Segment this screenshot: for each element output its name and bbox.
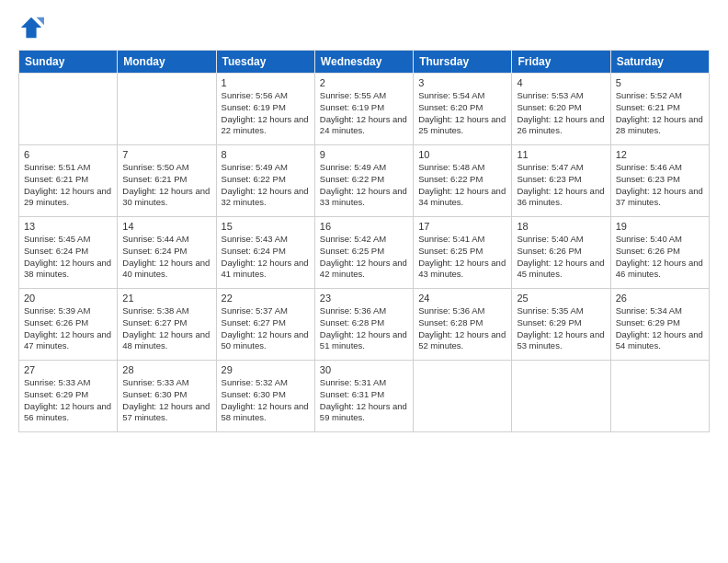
day-info: Sunrise: 5:37 AM Sunset: 6:27 PM Dayligh… xyxy=(222,305,310,352)
day-cell: 17Sunrise: 5:41 AM Sunset: 6:25 PM Dayli… xyxy=(414,217,512,289)
day-cell xyxy=(118,74,216,145)
day-number: 26 xyxy=(616,293,704,304)
day-number: 15 xyxy=(222,221,310,232)
day-number: 28 xyxy=(122,364,210,375)
day-cell: 6Sunrise: 5:51 AM Sunset: 6:21 PM Daylig… xyxy=(19,145,118,217)
day-cell: 7Sunrise: 5:50 AM Sunset: 6:21 PM Daylig… xyxy=(118,145,216,217)
day-info: Sunrise: 5:53 AM Sunset: 6:20 PM Dayligh… xyxy=(517,90,605,137)
day-info: Sunrise: 5:40 AM Sunset: 6:26 PM Dayligh… xyxy=(616,234,704,281)
day-number: 10 xyxy=(418,149,506,160)
day-info: Sunrise: 5:44 AM Sunset: 6:24 PM Dayligh… xyxy=(122,234,210,281)
day-number: 21 xyxy=(122,293,210,304)
day-cell xyxy=(512,361,610,432)
day-number: 2 xyxy=(320,77,408,88)
day-number: 6 xyxy=(24,149,112,160)
day-cell xyxy=(610,361,709,432)
day-number: 9 xyxy=(320,149,408,160)
day-info: Sunrise: 5:31 AM Sunset: 6:31 PM Dayligh… xyxy=(320,377,408,424)
day-header-monday: Monday xyxy=(118,51,216,74)
day-info: Sunrise: 5:41 AM Sunset: 6:25 PM Dayligh… xyxy=(418,234,506,281)
day-cell: 22Sunrise: 5:37 AM Sunset: 6:27 PM Dayli… xyxy=(216,289,314,361)
day-cell: 4Sunrise: 5:53 AM Sunset: 6:20 PM Daylig… xyxy=(512,74,610,145)
day-header-tuesday: Tuesday xyxy=(216,51,314,74)
logo xyxy=(18,15,48,40)
day-cell: 12Sunrise: 5:46 AM Sunset: 6:23 PM Dayli… xyxy=(610,145,709,217)
day-info: Sunrise: 5:46 AM Sunset: 6:23 PM Dayligh… xyxy=(616,162,704,209)
day-info: Sunrise: 5:48 AM Sunset: 6:22 PM Dayligh… xyxy=(418,162,506,209)
day-info: Sunrise: 5:49 AM Sunset: 6:22 PM Dayligh… xyxy=(222,162,310,209)
day-number: 13 xyxy=(24,221,112,232)
day-info: Sunrise: 5:47 AM Sunset: 6:23 PM Dayligh… xyxy=(517,162,605,209)
week-row-1: 1Sunrise: 5:56 AM Sunset: 6:19 PM Daylig… xyxy=(19,74,710,145)
day-cell: 2Sunrise: 5:55 AM Sunset: 6:19 PM Daylig… xyxy=(314,74,413,145)
day-number: 23 xyxy=(320,293,408,304)
day-info: Sunrise: 5:55 AM Sunset: 6:19 PM Dayligh… xyxy=(320,90,408,137)
day-number: 16 xyxy=(320,221,408,232)
day-cell: 24Sunrise: 5:36 AM Sunset: 6:28 PM Dayli… xyxy=(414,289,512,361)
day-cell: 27Sunrise: 5:33 AM Sunset: 6:29 PM Dayli… xyxy=(19,361,118,432)
day-header-saturday: Saturday xyxy=(610,51,709,74)
day-cell: 13Sunrise: 5:45 AM Sunset: 6:24 PM Dayli… xyxy=(19,217,118,289)
calendar-body: 1Sunrise: 5:56 AM Sunset: 6:19 PM Daylig… xyxy=(19,74,710,432)
day-info: Sunrise: 5:38 AM Sunset: 6:27 PM Dayligh… xyxy=(122,305,210,352)
day-cell xyxy=(19,74,118,145)
day-info: Sunrise: 5:40 AM Sunset: 6:26 PM Dayligh… xyxy=(517,234,605,281)
calendar-header: SundayMondayTuesdayWednesdayThursdayFrid… xyxy=(19,51,710,74)
day-cell: 1Sunrise: 5:56 AM Sunset: 6:19 PM Daylig… xyxy=(216,74,314,145)
day-cell: 20Sunrise: 5:39 AM Sunset: 6:26 PM Dayli… xyxy=(19,289,118,361)
day-cell: 30Sunrise: 5:31 AM Sunset: 6:31 PM Dayli… xyxy=(314,361,413,432)
day-info: Sunrise: 5:34 AM Sunset: 6:29 PM Dayligh… xyxy=(616,305,704,352)
week-row-2: 6Sunrise: 5:51 AM Sunset: 6:21 PM Daylig… xyxy=(19,145,710,217)
svg-marker-0 xyxy=(21,17,41,38)
day-cell: 15Sunrise: 5:43 AM Sunset: 6:24 PM Dayli… xyxy=(216,217,314,289)
day-cell: 23Sunrise: 5:36 AM Sunset: 6:28 PM Dayli… xyxy=(314,289,413,361)
day-info: Sunrise: 5:35 AM Sunset: 6:29 PM Dayligh… xyxy=(517,305,605,352)
day-number: 7 xyxy=(122,149,210,160)
day-cell: 16Sunrise: 5:42 AM Sunset: 6:25 PM Dayli… xyxy=(314,217,413,289)
day-info: Sunrise: 5:43 AM Sunset: 6:24 PM Dayligh… xyxy=(222,234,310,281)
day-header-sunday: Sunday xyxy=(19,51,118,74)
day-number: 12 xyxy=(616,149,704,160)
day-number: 27 xyxy=(24,364,112,375)
calendar-table: SundayMondayTuesdayWednesdayThursdayFrid… xyxy=(18,50,710,432)
day-cell: 18Sunrise: 5:40 AM Sunset: 6:26 PM Dayli… xyxy=(512,217,610,289)
day-cell: 29Sunrise: 5:32 AM Sunset: 6:30 PM Dayli… xyxy=(216,361,314,432)
logo-icon xyxy=(18,15,44,40)
day-cell: 8Sunrise: 5:49 AM Sunset: 6:22 PM Daylig… xyxy=(216,145,314,217)
day-number: 20 xyxy=(24,293,112,304)
day-number: 3 xyxy=(418,77,506,88)
header xyxy=(18,15,710,40)
day-cell: 26Sunrise: 5:34 AM Sunset: 6:29 PM Dayli… xyxy=(610,289,709,361)
week-row-3: 13Sunrise: 5:45 AM Sunset: 6:24 PM Dayli… xyxy=(19,217,710,289)
day-cell xyxy=(414,361,512,432)
day-number: 14 xyxy=(122,221,210,232)
header-row: SundayMondayTuesdayWednesdayThursdayFrid… xyxy=(19,51,710,74)
day-number: 1 xyxy=(222,77,310,88)
day-number: 17 xyxy=(418,221,506,232)
day-info: Sunrise: 5:32 AM Sunset: 6:30 PM Dayligh… xyxy=(222,377,310,424)
day-info: Sunrise: 5:36 AM Sunset: 6:28 PM Dayligh… xyxy=(418,305,506,352)
page: SundayMondayTuesdayWednesdayThursdayFrid… xyxy=(0,0,728,563)
day-number: 8 xyxy=(222,149,310,160)
day-cell: 10Sunrise: 5:48 AM Sunset: 6:22 PM Dayli… xyxy=(414,145,512,217)
day-cell: 9Sunrise: 5:49 AM Sunset: 6:22 PM Daylig… xyxy=(314,145,413,217)
day-number: 18 xyxy=(517,221,605,232)
day-cell: 28Sunrise: 5:33 AM Sunset: 6:30 PM Dayli… xyxy=(118,361,216,432)
week-row-4: 20Sunrise: 5:39 AM Sunset: 6:26 PM Dayli… xyxy=(19,289,710,361)
day-info: Sunrise: 5:50 AM Sunset: 6:21 PM Dayligh… xyxy=(122,162,210,209)
day-info: Sunrise: 5:42 AM Sunset: 6:25 PM Dayligh… xyxy=(320,234,408,281)
day-header-thursday: Thursday xyxy=(414,51,512,74)
day-info: Sunrise: 5:33 AM Sunset: 6:30 PM Dayligh… xyxy=(122,377,210,424)
day-info: Sunrise: 5:36 AM Sunset: 6:28 PM Dayligh… xyxy=(320,305,408,352)
day-info: Sunrise: 5:51 AM Sunset: 6:21 PM Dayligh… xyxy=(24,162,112,209)
day-number: 5 xyxy=(616,77,704,88)
day-info: Sunrise: 5:49 AM Sunset: 6:22 PM Dayligh… xyxy=(320,162,408,209)
day-number: 19 xyxy=(616,221,704,232)
day-cell: 21Sunrise: 5:38 AM Sunset: 6:27 PM Dayli… xyxy=(118,289,216,361)
day-info: Sunrise: 5:45 AM Sunset: 6:24 PM Dayligh… xyxy=(24,234,112,281)
day-number: 29 xyxy=(222,364,310,375)
week-row-5: 27Sunrise: 5:33 AM Sunset: 6:29 PM Dayli… xyxy=(19,361,710,432)
day-info: Sunrise: 5:54 AM Sunset: 6:20 PM Dayligh… xyxy=(418,90,506,137)
day-cell: 3Sunrise: 5:54 AM Sunset: 6:20 PM Daylig… xyxy=(414,74,512,145)
day-number: 25 xyxy=(517,293,605,304)
